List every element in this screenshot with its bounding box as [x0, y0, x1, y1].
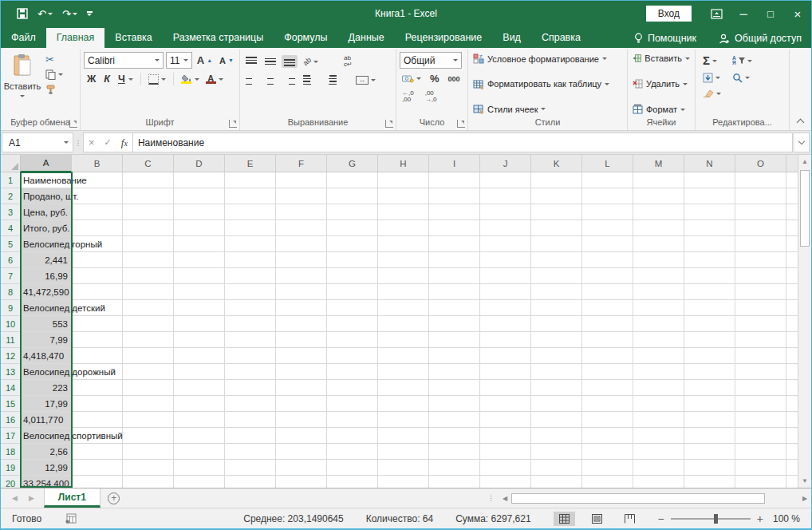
- cell-J16[interactable]: [480, 412, 531, 428]
- cell-O1[interactable]: [735, 172, 786, 188]
- horizontal-scroll-thumb[interactable]: [511, 493, 765, 504]
- increase-font-button[interactable]: А▲: [195, 54, 215, 66]
- cell-N15[interactable]: [684, 396, 735, 412]
- cell-G12[interactable]: [327, 348, 378, 364]
- collapse-ribbon-button[interactable]: [790, 49, 811, 130]
- cell-F6[interactable]: [276, 252, 327, 268]
- cell-M14[interactable]: [633, 380, 684, 396]
- cell-O5[interactable]: [735, 236, 786, 252]
- cell-B18[interactable]: [72, 444, 123, 460]
- cell-H19[interactable]: [378, 460, 429, 476]
- cell-K7[interactable]: [531, 268, 582, 284]
- cell-F16[interactable]: [276, 412, 327, 428]
- column-header-D[interactable]: D: [174, 155, 225, 172]
- cell-F17[interactable]: [276, 428, 327, 444]
- delete-cells-dropdown-icon[interactable]: [683, 83, 688, 85]
- column-header-F[interactable]: F: [276, 155, 327, 172]
- cell-A17[interactable]: Велосипед спортивный: [21, 428, 72, 444]
- zoom-level[interactable]: 100 %: [773, 513, 811, 524]
- cell-E2[interactable]: [225, 188, 276, 204]
- cell-B16[interactable]: [72, 412, 123, 428]
- cell-D17[interactable]: [174, 428, 225, 444]
- minimize-icon[interactable]: ─: [730, 1, 757, 26]
- cell-L11[interactable]: [582, 332, 633, 348]
- cell-O17[interactable]: [735, 428, 786, 444]
- cell-M10[interactable]: [633, 316, 684, 332]
- accounting-dropdown-icon[interactable]: [416, 77, 421, 80]
- cell-M13[interactable]: [633, 364, 684, 380]
- row-header-15[interactable]: 15: [1, 396, 21, 412]
- cell-O15[interactable]: [735, 396, 786, 412]
- cell-C7[interactable]: [123, 268, 174, 284]
- vertical-scrollbar[interactable]: ▲ ▼: [798, 155, 811, 488]
- cell-D20[interactable]: [174, 476, 225, 488]
- cell-O11[interactable]: [735, 332, 786, 348]
- clipboard-dialog-launcher-icon[interactable]: [69, 120, 77, 128]
- format-painter-button[interactable]: [44, 84, 65, 96]
- cell-O18[interactable]: [735, 444, 786, 460]
- cell-E10[interactable]: [225, 316, 276, 332]
- cell-C15[interactable]: [123, 396, 174, 412]
- customize-qat-icon[interactable]: [84, 10, 96, 17]
- cell-F1[interactable]: [276, 172, 327, 188]
- cell-K14[interactable]: [531, 380, 582, 396]
- cell-F5[interactable]: [276, 236, 327, 252]
- cell-J5[interactable]: [480, 236, 531, 252]
- cell-G17[interactable]: [327, 428, 378, 444]
- cell-L15[interactable]: [582, 396, 633, 412]
- cell-N13[interactable]: [684, 364, 735, 380]
- scroll-left-icon[interactable]: ◀: [499, 495, 511, 502]
- column-header-J[interactable]: J: [480, 155, 531, 172]
- cell-L1[interactable]: [582, 172, 633, 188]
- cell-C20[interactable]: [123, 476, 174, 488]
- orientation-button[interactable]: ab: [301, 56, 321, 67]
- cell-F12[interactable]: [276, 348, 327, 364]
- cell-G10[interactable]: [327, 316, 378, 332]
- cell-H17[interactable]: [378, 428, 429, 444]
- cell-B8[interactable]: [72, 284, 123, 300]
- cell-E20[interactable]: [225, 476, 276, 488]
- decrease-font-button[interactable]: А▼: [217, 56, 236, 65]
- row-header-17[interactable]: 17: [1, 428, 21, 444]
- cell-M19[interactable]: [633, 460, 684, 476]
- cell-M18[interactable]: [633, 444, 684, 460]
- zoom-out-icon[interactable]: −: [658, 515, 664, 523]
- cell-C4[interactable]: [123, 220, 174, 236]
- row-header-3[interactable]: 3: [1, 204, 21, 220]
- cell-O9[interactable]: [735, 300, 786, 316]
- cell-M1[interactable]: [633, 172, 684, 188]
- column-header-A[interactable]: A: [21, 155, 72, 172]
- cell-F2[interactable]: [276, 188, 327, 204]
- cell-G11[interactable]: [327, 332, 378, 348]
- zoom-in-icon[interactable]: +: [757, 515, 763, 523]
- cell-C18[interactable]: [123, 444, 174, 460]
- cell-G1[interactable]: [327, 172, 378, 188]
- tab-главная[interactable]: Главная: [46, 28, 105, 48]
- clear-button[interactable]: [700, 88, 723, 99]
- cell-L3[interactable]: [582, 204, 633, 220]
- cell-O19[interactable]: [735, 460, 786, 476]
- cell-J8[interactable]: [480, 284, 531, 300]
- merge-center-dropdown-icon[interactable]: [371, 79, 376, 81]
- column-header-C[interactable]: C: [123, 155, 174, 172]
- cell-D5[interactable]: [174, 236, 225, 252]
- number-dialog-launcher-icon[interactable]: [457, 120, 465, 128]
- cell-C13[interactable]: [123, 364, 174, 380]
- column-header-H[interactable]: H: [378, 155, 429, 172]
- tab-разметка-страницы[interactable]: Разметка страницы: [163, 28, 274, 48]
- insert-cells-button[interactable]: Вставить: [631, 53, 692, 64]
- cell-A7[interactable]: 16,99: [21, 268, 72, 284]
- cell-styles-dropdown-icon[interactable]: [541, 108, 546, 110]
- align-left-button[interactable]: [243, 73, 259, 86]
- cell-N4[interactable]: [684, 220, 735, 236]
- cell-M6[interactable]: [633, 252, 684, 268]
- font-dialog-launcher-icon[interactable]: [229, 120, 237, 128]
- cell-L19[interactable]: [582, 460, 633, 476]
- fill-button[interactable]: [700, 71, 723, 85]
- cell-K16[interactable]: [531, 412, 582, 428]
- cell-K3[interactable]: [531, 204, 582, 220]
- cell-D15[interactable]: [174, 396, 225, 412]
- cell-L16[interactable]: [582, 412, 633, 428]
- cell-K19[interactable]: [531, 460, 582, 476]
- cell-J10[interactable]: [480, 316, 531, 332]
